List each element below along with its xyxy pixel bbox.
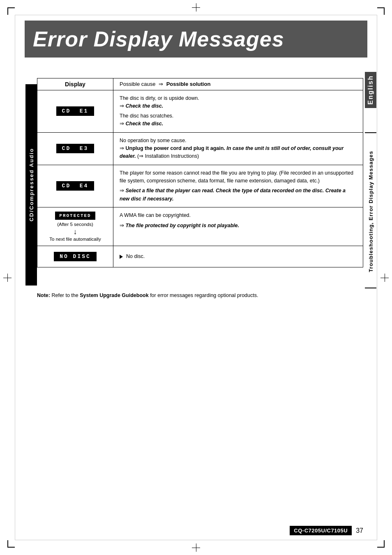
table-row-cde4: CD E4 The player for some reason cannot …: [37, 165, 363, 208]
bottom-info: CQ-C7205U/C7105U 37: [290, 526, 363, 535]
crosshair-top: [192, 3, 200, 12]
note-suffix: for error messages regarding optional pr…: [150, 292, 258, 298]
english-label: English: [365, 72, 376, 108]
right-separator-1: [365, 132, 376, 133]
crosshair-right: [380, 274, 389, 282]
note-label: Note:: [37, 292, 50, 298]
display-cde4: CD E4: [37, 165, 113, 207]
corner-mark-tr: [377, 7, 385, 15]
note-text: Refer to the: [51, 292, 80, 298]
page-border-bottom: [15, 540, 377, 540]
code-nodisc: NO DISC: [54, 252, 97, 261]
to-next-file-label: To next file automatically: [49, 237, 101, 242]
after-5-seconds-label: (After 5 seconds): [57, 222, 93, 227]
page-border-right: [377, 15, 377, 540]
title-section: Error Display Messages: [25, 21, 367, 58]
col-cause-header: Possible cause ⇒ Possible solution: [113, 78, 363, 90]
corner-mark-br: [377, 540, 385, 548]
corner-mark-tl: [7, 7, 15, 15]
model-number: CQ-C7205U/C7105U: [290, 526, 352, 535]
error-table: Display Possible cause ⇒ Possible soluti…: [37, 78, 363, 267]
cause-cde1: The disc is dirty, or is upside down. ⇒ …: [113, 90, 363, 132]
code-cde3: CD E3: [56, 144, 95, 153]
display-cde1: CD E1: [37, 90, 113, 132]
page-border-top: [15, 15, 377, 15]
right-separator-2: [365, 288, 376, 288]
cause-protected: A WMA file can be copyrighted. ⇒ The fil…: [113, 207, 363, 246]
table-row-cde3: CD E3 No operation by some cause. ⇒ Unpl…: [37, 133, 363, 165]
table-header: Display Possible cause ⇒ Possible soluti…: [37, 78, 363, 90]
table-row-nodisc: NO DISC No disc.: [37, 246, 363, 267]
cd-audio-label: CD/Compressed Audio: [25, 84, 37, 286]
page-border-left: [15, 15, 15, 540]
corner-mark-bl: [7, 540, 15, 548]
cause-nodisc: No disc.: [113, 246, 363, 267]
bullet-arrow-nodisc: [120, 255, 123, 259]
note-section: Note: Refer to the System Upgrade Guideb…: [37, 292, 363, 299]
display-protected: PROTECTED (After 5 seconds) ↓ To next fi…: [37, 207, 113, 246]
note-guidebook: System Upgrade Guidebook: [80, 292, 148, 298]
table-row-cde1: CD E1 The disc is dirty, or is upside do…: [37, 90, 363, 133]
page-title: Error Display Messages: [33, 27, 284, 51]
display-cde3: CD E3: [37, 133, 113, 165]
crosshair-left: [3, 274, 12, 282]
code-protected: PROTECTED: [55, 212, 95, 220]
cause-cde3: No operation by some cause. ⇒ Unplug the…: [113, 133, 363, 165]
header-arrow: ⇒: [159, 81, 165, 87]
arrow-down-icon: ↓: [74, 228, 77, 235]
cause-cde4: The player for some reason cannot read t…: [113, 165, 363, 207]
crosshair-bottom: [192, 543, 200, 552]
page-number: 37: [356, 527, 363, 534]
table-row-protected: PROTECTED (After 5 seconds) ↓ To next fi…: [37, 207, 363, 246]
code-cde1: CD E1: [56, 106, 95, 116]
display-nodisc: NO DISC: [37, 246, 113, 267]
col-display-header: Display: [37, 78, 113, 90]
code-cde4: CD E4: [56, 181, 95, 191]
troubleshooting-label: Troubleshooting, Error Display Messages: [365, 136, 376, 288]
